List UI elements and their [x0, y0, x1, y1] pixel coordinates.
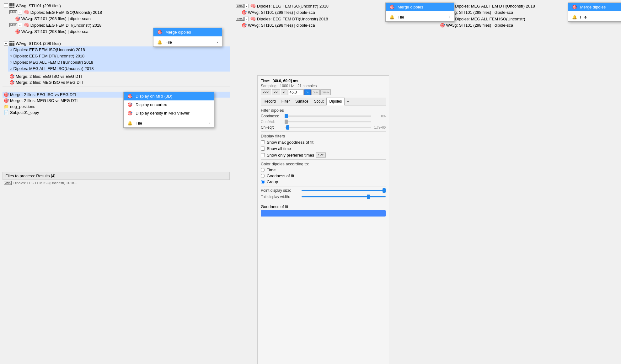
tree-item-dipoles-eeg-iso[interactable]: LINK - 🧠 Dipoles: EEG FEM ISO(Unconstr) …	[8, 9, 230, 16]
nav-right2[interactable]: >>	[311, 89, 320, 95]
file-tr1-label: File	[398, 15, 404, 19]
context-menu-top-left: 🎯 Merge dipoles 🔔 File ›	[153, 28, 222, 47]
show-preferred-times-row: Show only preferred times Set	[261, 153, 386, 158]
merge-meg-2-label: Merge: 2 files: MEG ISO vs MEG DTI	[10, 98, 78, 103]
top-right-tree-2: LINK - 🧠 Dipoles: MEG ALL FEM DTI(Uncons…	[433, 3, 619, 28]
display-mri-label: Display on MRI (3D)	[136, 94, 172, 99]
radio-group-label: Group	[267, 179, 278, 184]
merge-dipoles-label: Merge dipoles	[165, 30, 191, 35]
show-all-time-checkbox[interactable]	[261, 147, 265, 151]
merge-eeg-sel-label: Merge: 2 files: EEG ISO vs EEG DTI	[10, 92, 76, 97]
radio-time[interactable]	[261, 168, 265, 172]
expand-btn-tr2[interactable]: -	[244, 17, 249, 21]
tail-width-slider[interactable]	[302, 196, 386, 197]
radio-group-row: Group	[261, 179, 386, 184]
display-cortex-btn[interactable]: 🎯 Display on cortex	[124, 100, 214, 109]
tree-item-dipole-scan-1[interactable]: 🎯 WAvg: STI101 (298 files) | dipole-scan	[14, 16, 230, 22]
expand-btn-3[interactable]: -	[18, 23, 22, 27]
confvol-label: ConfVol:	[261, 120, 283, 124]
tree-item-merge-meg[interactable]: 🎯 Merge: 2 files: MEG ISO vs MEG DTI	[8, 79, 230, 85]
tab-plus[interactable]: +	[345, 98, 351, 105]
tr-dipoles-meg-dti-label: Dipoles: MEG ALL FEM DTI(Unconstr) 2018	[455, 4, 535, 8]
chisqr-slider-track	[285, 127, 371, 128]
point-size-slider[interactable]	[302, 190, 386, 191]
merge-dipoles-tr1-btn[interactable]: 🎯 Merge dipoles	[386, 3, 454, 11]
tab-record[interactable]: Record	[261, 98, 279, 105]
tree-item-dipoles-meg-dti[interactable]: ○ Dipoles: MEG ALL FEM DTI(Unconstr) 201…	[8, 59, 230, 65]
nav-far-left[interactable]: <<<	[261, 89, 271, 95]
filter-dipoles-label: Filter dipoles	[261, 108, 386, 113]
radio-goodness[interactable]	[261, 174, 265, 178]
goodness-of-fit-bar	[261, 210, 386, 217]
nav-right1[interactable]: >	[304, 89, 311, 95]
tree-item-dipoles-eeg-dti-2[interactable]: ○ Dipoles: EEG FEM DTI(Unconstr) 2018	[8, 53, 230, 59]
tree-item-tr-scan-2[interactable]: 🎯 WAvg: STI101 (298 files) | dipole-sca	[240, 22, 420, 28]
tab-surface[interactable]: Surface	[292, 98, 311, 105]
chisqr-slider-thumb[interactable]	[286, 125, 289, 130]
tree-item-merge-eeg[interactable]: 🎯 Merge: 2 files: EEG ISO vs EEG DTI	[8, 73, 230, 79]
nav-left1[interactable]: <	[281, 89, 287, 95]
expand-btn[interactable]: -	[4, 3, 8, 8]
nav-left2[interactable]: <<	[272, 89, 280, 95]
show-max-goodness-row: Show max goodness of fit	[261, 140, 386, 145]
goodness-slider-track	[285, 115, 371, 117]
file-label-2: File	[136, 121, 142, 126]
show-max-goodness-checkbox[interactable]	[261, 140, 265, 144]
link-badge-3: LINK	[4, 181, 12, 185]
show-max-goodness-label: Show max goodness of fit	[267, 140, 313, 145]
wavg-main-label: WAvg: STI101 (298 files)	[16, 41, 61, 46]
divider-4	[261, 201, 386, 201]
display-density-btn[interactable]: 🎯 Display density in MRI Viewer	[124, 109, 214, 117]
samples-value: 21 samples	[297, 84, 317, 88]
wavg-top-label: WAvg: STI101 (298 files)	[16, 3, 61, 8]
goodness-slider-thumb[interactable]	[285, 114, 288, 118]
time-controls: Time: [40.0, 60.0] ms Sampling: 1000 Hz …	[261, 79, 386, 95]
expand-btn-main[interactable]: +	[4, 41, 8, 46]
top-right-tree-1: LINK - 🧠 Dipoles: EEG FEM ISO(Unconstr) …	[235, 3, 420, 28]
time-input[interactable]	[288, 89, 304, 95]
nav-far-right[interactable]: >>>	[320, 89, 331, 95]
tree-item-dipoles-eeg-iso-2[interactable]: ○ Dipoles: EEG FEM ISO(Unconstr) 2018	[8, 46, 230, 53]
radio-time-row: Time	[261, 168, 386, 172]
tab-dipoles[interactable]: Dipoles	[326, 98, 345, 105]
display-mri-btn[interactable]: 🎯 Display on MRI (3D)	[124, 92, 214, 100]
file-menu-item-2[interactable]: 🔔 File ›	[124, 119, 214, 127]
show-preferred-times-checkbox[interactable]	[261, 153, 265, 157]
tab-filter[interactable]: Filter	[279, 98, 293, 105]
arrow-icon-tr1: ›	[449, 15, 450, 19]
tr-dipoles-eeg-iso-label: Dipoles: EEG FEM ISO(Unconstr) 2018	[257, 4, 329, 8]
goodness-of-fit-section: Goodness of fit	[261, 203, 386, 217]
goodness-label: Goodness:	[261, 114, 283, 118]
tree-item-dipoles-meg-iso[interactable]: ○ Dipoles: MEG ALL FEM ISO(Unconstr) 201…	[8, 65, 230, 72]
link-badge-2: LINK	[9, 23, 17, 27]
expand-btn-2[interactable]: -	[18, 10, 22, 14]
merge-dipoles-tr2-btn[interactable]: 🎯 Merge dipoles	[568, 3, 621, 11]
sampling-value: 1000 Hz	[280, 84, 294, 88]
set-button[interactable]: Set	[316, 153, 326, 158]
radio-group[interactable]	[261, 180, 265, 184]
files-to-process-section: Files to process: Results [4] LINK Dipol…	[3, 172, 230, 185]
link-badge: LINK	[9, 10, 17, 14]
radio-time-label: Time	[267, 168, 276, 172]
show-all-time-label: Show all time	[267, 146, 291, 151]
tr-dipoles-eeg-dti-label: Dipoles: EEG FEM DTI(Unconstr) 2018	[257, 17, 328, 21]
left-panel: - WAvg: STI101 (298 files) LINK - 🧠 Dipo…	[0, 0, 232, 364]
confvol-slider-thumb[interactable]	[285, 120, 288, 124]
file-menu-item[interactable]: 🔔 File ›	[153, 38, 222, 46]
context-menu-top-right-2: 🎯 Merge dipoles 🔔 File ›	[568, 3, 621, 22]
point-size-row: Point display size:	[261, 188, 386, 193]
radio-goodness-label: Goodness of fit	[267, 174, 294, 178]
arrow-icon: ›	[217, 40, 218, 45]
tree-item-tr-scan-4[interactable]: 🎯 WAvg: STI101 (298 files) | dipole-sca	[439, 22, 619, 28]
merge-dipoles-btn[interactable]: 🎯 Merge dipoles	[153, 28, 222, 36]
divider-2	[261, 159, 386, 160]
time-nav: <<< << < > >> >>>	[261, 89, 386, 95]
tab-scout[interactable]: Scout	[311, 98, 327, 105]
file-tr1-item[interactable]: 🔔 File ›	[386, 13, 454, 21]
file-tr2-item[interactable]: 🔔 File ›	[568, 13, 621, 21]
expand-btn-tr1[interactable]: -	[244, 4, 249, 8]
point-size-thumb[interactable]	[383, 188, 386, 193]
tail-width-thumb[interactable]	[367, 195, 370, 199]
tree-item-wavg-top[interactable]: - WAvg: STI101 (298 files)	[3, 3, 230, 9]
file-tr2-label: File	[580, 15, 587, 19]
